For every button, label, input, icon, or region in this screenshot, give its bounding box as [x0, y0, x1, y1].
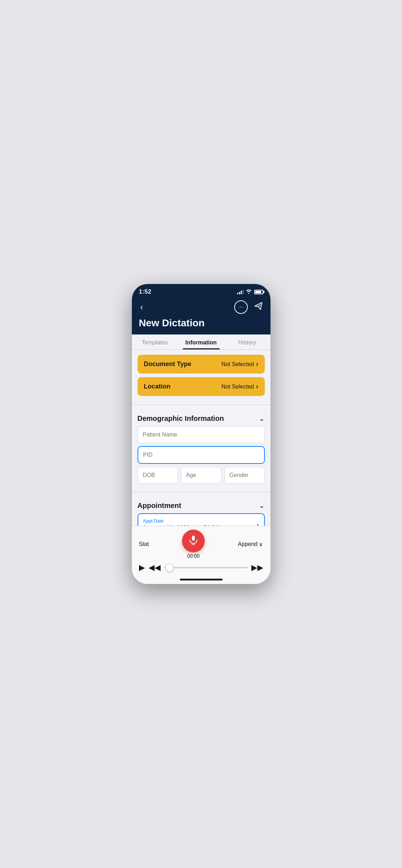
home-indicator	[132, 577, 270, 584]
append-label: Append	[238, 541, 257, 547]
record-wrapper: 00:00	[182, 530, 205, 559]
header: ‹ ··· New Dictation	[132, 298, 270, 334]
append-button[interactable]: Append ∨	[238, 541, 263, 548]
more-options-icon: ···	[238, 304, 243, 310]
demographic-fields	[132, 426, 270, 489]
demographic-section-header: Demographic Information ⌄	[132, 408, 270, 426]
pid-field	[138, 446, 265, 464]
bottom-controls: Stat 00:00 Append ∨	[132, 526, 270, 561]
status-icons	[237, 289, 263, 295]
location-chevron-icon: ›	[256, 383, 258, 390]
svg-line-0	[258, 305, 261, 307]
rewind-button[interactable]: ◀◀	[149, 563, 161, 572]
tab-information[interactable]: Information	[178, 334, 224, 349]
divider-2	[132, 492, 270, 492]
appt-date-label: Appt Date	[143, 518, 221, 524]
appointment-chevron-icon[interactable]: ⌄	[259, 501, 265, 510]
header-actions: ···	[234, 300, 263, 314]
gender-field	[224, 467, 265, 484]
selectors-section: Document Type Not Selected › Location No…	[132, 350, 270, 402]
divider-1	[132, 404, 270, 405]
stat-button[interactable]: Stat	[139, 541, 149, 547]
wifi-icon	[246, 289, 252, 295]
header-nav: ‹ ···	[139, 300, 263, 314]
battery-icon	[254, 290, 263, 294]
more-options-button[interactable]: ···	[234, 300, 248, 314]
svg-rect-1	[192, 536, 195, 541]
bottom-bar: Stat 00:00 Append ∨	[132, 526, 270, 584]
appointment-section-header: Appointment ⌄	[132, 495, 270, 513]
pid-input[interactable]	[138, 447, 264, 463]
patient-name-input[interactable]	[138, 427, 264, 443]
progress-thumb	[166, 564, 173, 572]
record-button[interactable]	[182, 530, 205, 552]
age-field	[181, 467, 221, 484]
patient-name-field	[138, 426, 265, 443]
dob-input[interactable]	[138, 467, 178, 483]
content-area: Document Type Not Selected › Location No…	[132, 350, 270, 526]
progress-slider[interactable]	[164, 567, 248, 568]
location-button[interactable]: Location Not Selected ›	[138, 377, 265, 396]
send-icon	[253, 303, 263, 313]
document-type-label: Document Type	[144, 360, 192, 368]
timer-display: 00:00	[187, 553, 200, 559]
location-value: Not Selected	[221, 384, 254, 390]
home-bar	[180, 579, 223, 580]
appt-date-button[interactable]: Appt Date January 18, 2022 at 1:52 PM ›	[138, 513, 265, 526]
status-bar: 1:52	[132, 284, 270, 298]
tab-bar: Templates Information History	[132, 334, 270, 350]
dob-field	[138, 467, 178, 484]
play-button[interactable]: ▶	[139, 563, 145, 572]
age-input[interactable]	[181, 467, 221, 483]
dob-age-gender-row	[138, 467, 265, 484]
playback-controls: ▶ ◀◀ ▶▶	[132, 561, 270, 577]
document-type-chevron-icon: ›	[256, 360, 258, 368]
appt-date-chevron-icon: ›	[257, 521, 259, 526]
demographic-chevron-icon[interactable]: ⌄	[259, 414, 265, 423]
appointment-title: Appointment	[138, 502, 181, 510]
tab-history[interactable]: History	[224, 334, 270, 349]
location-label: Location	[144, 383, 171, 390]
fast-forward-button[interactable]: ▶▶	[251, 563, 263, 572]
signal-icon	[237, 289, 243, 294]
tab-templates[interactable]: Templates	[132, 334, 178, 349]
demographic-title: Demographic Information	[138, 414, 224, 423]
page-title: New Dictation	[139, 317, 263, 329]
send-button[interactable]	[253, 301, 263, 313]
status-time: 1:52	[139, 288, 151, 295]
gender-input[interactable]	[225, 467, 264, 483]
back-button[interactable]: ‹	[139, 301, 145, 314]
document-type-button[interactable]: Document Type Not Selected ›	[138, 355, 265, 374]
microphone-icon	[189, 535, 198, 547]
append-chevron-icon: ∨	[259, 541, 263, 548]
document-type-value: Not Selected	[221, 361, 254, 368]
